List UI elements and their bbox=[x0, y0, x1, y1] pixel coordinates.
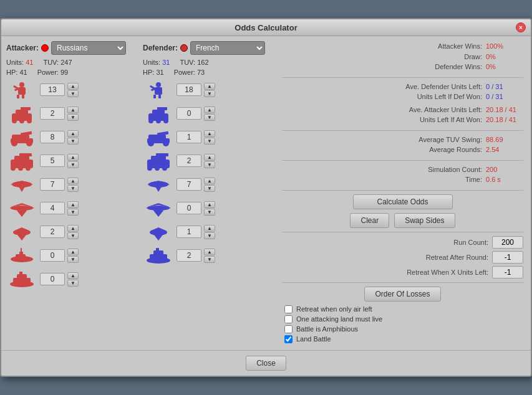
attacker-infantry-down[interactable]: ▼ bbox=[67, 90, 79, 97]
retreat-after-input[interactable] bbox=[492, 251, 523, 264]
attacker-transport-up[interactable]: ▲ bbox=[67, 225, 79, 232]
order-of-losses-button[interactable]: Order Of Losses bbox=[364, 287, 440, 302]
defender-battleship-count[interactable] bbox=[177, 249, 201, 262]
attacker-fighter-up[interactable]: ▲ bbox=[67, 178, 79, 184]
one-land-checkbox[interactable] bbox=[284, 315, 293, 323]
attacker-label: Attacker: bbox=[6, 44, 39, 52]
attacker-heavy-tank-down[interactable]: ▼ bbox=[67, 161, 79, 168]
defender-fighter-down[interactable]: ▼ bbox=[204, 185, 215, 192]
calculate-odds-button[interactable]: Calculate Odds bbox=[353, 194, 453, 209]
defender-battleship-up[interactable]: ▲ bbox=[204, 249, 215, 255]
attacker-battleship-icon bbox=[6, 268, 37, 290]
defender-tank-count[interactable] bbox=[177, 107, 201, 120]
defender-transport-row: ▲ ▼ bbox=[143, 221, 277, 243]
defender-artillery-spinner[interactable]: ▲ ▼ bbox=[204, 130, 215, 145]
defender-tank-down[interactable]: ▼ bbox=[204, 114, 215, 121]
defender-infantry-count[interactable] bbox=[177, 83, 201, 96]
attacker-bomber-spinner[interactable]: ▲ ▼ bbox=[67, 201, 79, 216]
defender-tank-up[interactable]: ▲ bbox=[204, 107, 215, 113]
attacker-destroyer-row: ▲ ▼ bbox=[6, 244, 140, 267]
defender-faction-select[interactable]: French bbox=[190, 41, 265, 55]
attacker-artillery-count[interactable] bbox=[40, 131, 65, 143]
defender-battleship-icon bbox=[143, 244, 174, 267]
defender-fighter-count[interactable] bbox=[177, 178, 201, 191]
attacker-fighter-spinner[interactable]: ▲ ▼ bbox=[67, 178, 79, 192]
defender-heavy-tank-up[interactable]: ▲ bbox=[204, 154, 215, 161]
retreat-units-row: Retreat When X Units Left: bbox=[282, 266, 523, 278]
attacker-fighter-down[interactable]: ▼ bbox=[67, 185, 79, 192]
defender-heavy-tank-count[interactable] bbox=[177, 155, 201, 167]
defender-bomber-up[interactable]: ▲ bbox=[204, 201, 215, 208]
attacker-tank-up[interactable]: ▲ bbox=[67, 107, 79, 113]
svg-rect-50 bbox=[153, 95, 156, 98]
retreat-after-label: Retreat After Round: bbox=[426, 254, 488, 261]
defender-transport-count[interactable] bbox=[177, 226, 201, 238]
attacker-transport-count[interactable] bbox=[40, 226, 65, 238]
defender-tank-spinner[interactable]: ▲ ▼ bbox=[204, 107, 215, 121]
svg-rect-54 bbox=[152, 110, 165, 115]
run-count-input[interactable] bbox=[492, 236, 523, 249]
defender-heavy-tank-down[interactable]: ▼ bbox=[204, 161, 215, 168]
close-button[interactable]: Close bbox=[246, 356, 286, 371]
defender-transport-up[interactable]: ▲ bbox=[204, 225, 215, 232]
window-title: Odds Calculator bbox=[16, 23, 516, 32]
clear-button[interactable]: Clear bbox=[350, 213, 389, 228]
defender-fighter-spinner[interactable]: ▲ ▼ bbox=[204, 178, 215, 192]
attacker-artillery-down[interactable]: ▼ bbox=[67, 138, 79, 145]
attacker-transport-spinner[interactable]: ▲ ▼ bbox=[67, 225, 79, 239]
defender-bomber-spinner[interactable]: ▲ ▼ bbox=[204, 201, 215, 216]
attacker-bomber-down[interactable]: ▼ bbox=[67, 209, 79, 216]
attacker-infantry-spinner[interactable]: ▲ ▼ bbox=[67, 83, 79, 97]
window-close-button[interactable]: × bbox=[516, 22, 526, 32]
attacker-destroyer-up[interactable]: ▲ bbox=[67, 249, 79, 255]
attacker-battleship-spinner[interactable]: ▲ ▼ bbox=[67, 272, 79, 287]
defender-artillery-up[interactable]: ▲ bbox=[204, 130, 215, 137]
attacker-tank-spinner[interactable]: ▲ ▼ bbox=[67, 107, 79, 121]
attacker-bomber-up[interactable]: ▲ bbox=[67, 201, 79, 208]
svg-point-67 bbox=[147, 166, 152, 171]
attacker-bomber-icon bbox=[6, 197, 37, 219]
retreat-air-checkbox[interactable] bbox=[284, 305, 293, 313]
attacker-wins-label: Attacker Wins: bbox=[438, 41, 482, 52]
attacker-bomber-count[interactable] bbox=[40, 202, 65, 214]
attacker-heavy-tank-up[interactable]: ▲ bbox=[67, 154, 79, 161]
svg-point-10 bbox=[19, 118, 24, 123]
attacker-fighter-count[interactable] bbox=[40, 178, 65, 191]
amphibious-checkbox[interactable] bbox=[284, 325, 293, 333]
defender-heavy-tank-row: ▲ ▼ bbox=[143, 150, 277, 172]
defender-fighter-up[interactable]: ▲ bbox=[204, 178, 215, 184]
swap-sides-button[interactable]: Swap Sides bbox=[394, 213, 455, 228]
defender-infantry-up[interactable]: ▲ bbox=[204, 83, 215, 90]
defender-fighter-icon bbox=[143, 173, 174, 196]
defender-heavy-tank-spinner[interactable]: ▲ ▼ bbox=[204, 154, 215, 168]
defender-bomber-count[interactable] bbox=[177, 202, 201, 214]
defender-bomber-down[interactable]: ▼ bbox=[204, 209, 215, 216]
attacker-destroyer-down[interactable]: ▼ bbox=[67, 256, 79, 263]
attacker-faction-select[interactable]: Russians bbox=[51, 41, 126, 55]
attacker-transport-icon bbox=[6, 221, 37, 243]
retreat-units-input[interactable] bbox=[492, 266, 523, 278]
defender-transport-spinner[interactable]: ▲ ▼ bbox=[204, 225, 215, 239]
defender-artillery-down[interactable]: ▼ bbox=[204, 138, 215, 145]
attacker-battleship-up[interactable]: ▲ bbox=[67, 272, 79, 279]
defender-transport-down[interactable]: ▼ bbox=[204, 232, 215, 239]
attacker-infantry-up[interactable]: ▲ bbox=[67, 83, 79, 90]
attacker-infantry-count[interactable] bbox=[40, 83, 65, 96]
defender-battleship-spinner[interactable]: ▲ ▼ bbox=[204, 249, 215, 263]
defender-battleship-down[interactable]: ▼ bbox=[204, 256, 215, 263]
attacker-heavy-tank-spinner[interactable]: ▲ ▼ bbox=[67, 154, 79, 168]
attacker-tank-count[interactable] bbox=[40, 107, 65, 120]
attacker-destroyer-count[interactable] bbox=[40, 249, 65, 262]
defender-infantry-down[interactable]: ▼ bbox=[204, 90, 215, 97]
attacker-artillery-spinner[interactable]: ▲ ▼ bbox=[67, 130, 79, 145]
land-battle-checkbox[interactable] bbox=[284, 335, 293, 343]
attacker-battleship-count[interactable] bbox=[40, 273, 65, 285]
attacker-destroyer-spinner[interactable]: ▲ ▼ bbox=[67, 249, 79, 263]
attacker-transport-down[interactable]: ▼ bbox=[67, 232, 79, 239]
attacker-artillery-up[interactable]: ▲ bbox=[67, 130, 79, 137]
attacker-heavy-tank-count[interactable] bbox=[40, 155, 65, 167]
defender-artillery-count[interactable] bbox=[177, 131, 201, 143]
defender-infantry-spinner[interactable]: ▲ ▼ bbox=[204, 83, 215, 97]
attacker-battleship-down[interactable]: ▼ bbox=[67, 280, 79, 287]
attacker-tank-down[interactable]: ▼ bbox=[67, 114, 79, 121]
